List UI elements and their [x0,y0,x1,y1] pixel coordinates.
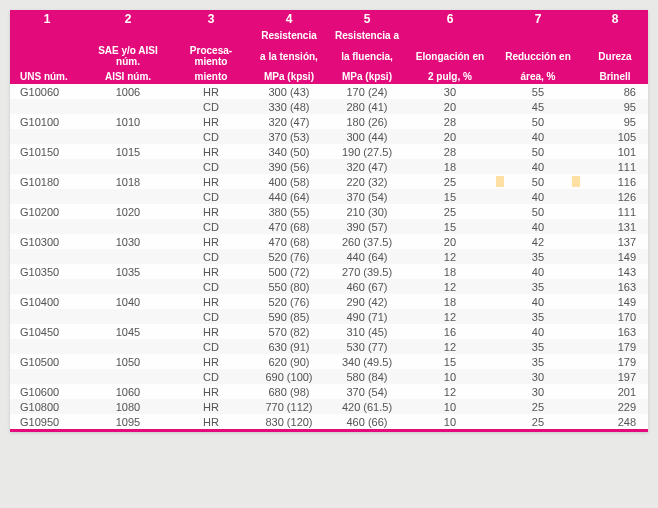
cell-red: 50 [494,174,582,189]
cell-uns: G10350 [10,264,84,279]
cell-uns: G10300 [10,234,84,249]
cell-flu: 440 (64) [328,249,406,264]
cell-ten: 340 (50) [250,144,328,159]
cell-brinell: 179 [582,339,648,354]
cell-uns [10,219,84,234]
cell-elong: 25 [406,204,494,219]
cell-sae [84,309,172,324]
cell-flu: 490 (71) [328,309,406,324]
cell-sae [84,99,172,114]
cell-sae: 1045 [84,324,172,339]
cell-ten: 520 (76) [250,249,328,264]
cell-uns [10,279,84,294]
cell-sae [84,129,172,144]
table-row: G104501045HR570 (82)310 (45)1640163 [10,324,648,339]
cell-red: 35 [494,279,582,294]
cell-flu: 340 (49.5) [328,354,406,369]
cell-brinell: 143 [582,264,648,279]
table-row: G101001010HR320 (47)180 (26)285095 [10,114,648,129]
table-row: G103501035HR500 (72)270 (39.5)1840143 [10,264,648,279]
cell-ten: 390 (56) [250,159,328,174]
cell-red: 40 [494,264,582,279]
cell-uns [10,249,84,264]
cell-flu: 460 (66) [328,414,406,429]
cell-red: 40 [494,159,582,174]
cell-sae: 1080 [84,399,172,414]
cell-red: 30 [494,384,582,399]
cell-elong: 18 [406,264,494,279]
cell-flu: 300 (44) [328,129,406,144]
hl-8b: Brinell [582,69,648,84]
hl-8a: Dureza [582,43,648,69]
cell-proc: CD [172,309,250,324]
table-row: G100601006HR300 (43)170 (24)305586 [10,84,648,99]
hl-4b: a la tensión, [250,43,328,69]
hl-4a: Resistencia [250,28,328,43]
cell-uns [10,309,84,324]
hn-6: 6 [406,10,494,28]
cell-ten: 380 (55) [250,204,328,219]
hl-5b: la fluencia, [328,43,406,69]
cell-proc: CD [172,159,250,174]
cell-uns: G10500 [10,354,84,369]
hn-3: 3 [172,10,250,28]
cell-red: 50 [494,144,582,159]
table-body: G100601006HR300 (43)170 (24)305586CD330 … [10,84,648,429]
cell-proc: HR [172,174,250,189]
cell-uns: G10100 [10,114,84,129]
cell-ten: 550 (80) [250,279,328,294]
cell-brinell: 105 [582,129,648,144]
cell-flu: 270 (39.5) [328,264,406,279]
cell-elong: 18 [406,159,494,174]
cell-proc: HR [172,294,250,309]
cell-elong: 18 [406,294,494,309]
table-footer-rule [10,429,648,432]
table-row: G105001050HR620 (90)340 (49.5)1535179 [10,354,648,369]
hl-5a: Resistencia a [328,28,406,43]
cell-proc: CD [172,339,250,354]
cell-sae [84,219,172,234]
cell-red: 30 [494,369,582,384]
cell-flu: 280 (41) [328,99,406,114]
table-row: G101801018HR400 (58)220 (32)2550116 [10,174,648,189]
cell-proc: HR [172,264,250,279]
table-row: CD440 (64)370 (54)1540126 [10,189,648,204]
cell-red: 40 [494,219,582,234]
cell-red: 40 [494,189,582,204]
cell-sae: 1006 [84,84,172,99]
cell-elong: 12 [406,309,494,324]
cell-ten: 570 (82) [250,324,328,339]
cell-elong: 20 [406,234,494,249]
cell-proc: CD [172,249,250,264]
cell-ten: 370 (53) [250,129,328,144]
cell-red: 40 [494,294,582,309]
cell-elong: 25 [406,174,494,189]
cell-elong: 28 [406,114,494,129]
cell-brinell: 111 [582,204,648,219]
cell-sae: 1018 [84,174,172,189]
cell-brinell: 179 [582,354,648,369]
cell-brinell: 149 [582,249,648,264]
cell-sae: 1015 [84,144,172,159]
cell-proc: CD [172,189,250,204]
cell-brinell: 197 [582,369,648,384]
cell-brinell: 163 [582,279,648,294]
hl-7b: área, % [494,69,582,84]
cell-sae: 1040 [84,294,172,309]
cell-uns [10,159,84,174]
cell-flu: 320 (47) [328,159,406,174]
hl-6b: 2 pulg, % [406,69,494,84]
cell-proc: HR [172,324,250,339]
cell-red: 55 [494,84,582,99]
cell-proc: CD [172,369,250,384]
cell-red: 35 [494,309,582,324]
cell-elong: 10 [406,369,494,384]
cell-sae: 1095 [84,414,172,429]
table-row: CD630 (91)530 (77)1235179 [10,339,648,354]
cell-sae [84,189,172,204]
cell-flu: 390 (57) [328,219,406,234]
cell-ten: 500 (72) [250,264,328,279]
cell-sae [84,279,172,294]
cell-brinell: 149 [582,294,648,309]
cell-brinell: 101 [582,144,648,159]
